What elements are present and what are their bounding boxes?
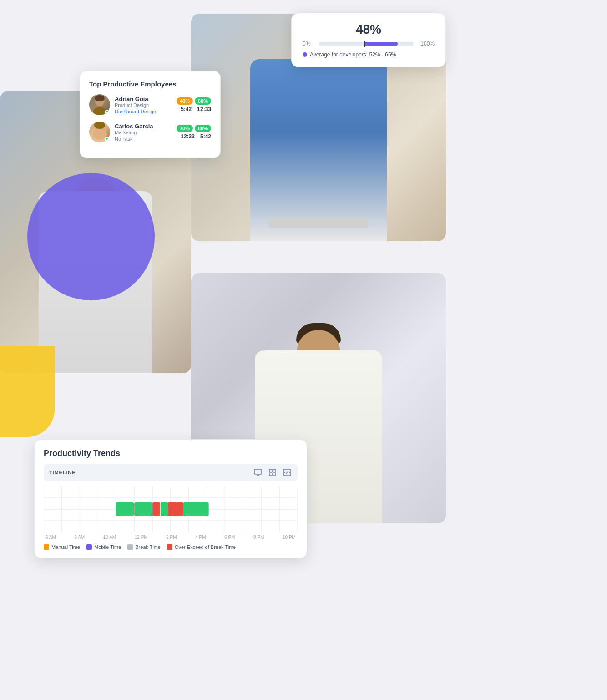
employee-info-2: Carlos Garcia Marketing No Task [115,123,172,142]
svg-rect-38 [134,502,152,516]
employee-stats-2: 70% 80% 12:33 5:42 [177,125,211,140]
legend-dot-break [127,544,133,550]
code-icon[interactable] [282,467,292,477]
svg-rect-15 [273,473,276,476]
employee-times-2: 12:33 5:42 [181,133,211,140]
badge-68: 68% [195,97,211,105]
time-axis: 6 AM 8 AM 10 AM 12 PM 2 PM 4 PM 6 PM 8 P… [44,535,298,540]
svg-point-3 [95,95,105,101]
employee-badges-1: 48% 68% [177,97,211,105]
time-4pm: 4 PM [195,535,206,540]
chart-legend: Manual Time Mobile Time Break Time Over … [44,544,298,550]
gauge-dot-icon [303,52,307,57]
grid-icon[interactable] [268,467,278,477]
timeline-label: TIMELINE [49,470,76,475]
badge-80: 80% [195,125,211,132]
badge-48: 48% [177,97,193,105]
legend-exceed: Over Exceed of Break Time [167,544,236,550]
employee-info-1: Adrian Goia Product Design Dashboard Des… [115,96,172,114]
time-6pm: 6 PM [224,535,235,540]
svg-rect-41 [168,502,177,516]
legend-break-label: Break Time [135,544,161,550]
employee-dept-2: Marketing [115,130,172,135]
time-1b: 12:33 [197,106,211,112]
purple-blob [27,173,155,300]
time-2pm: 2 PM [166,535,177,540]
timeline-header: TIMELINE [44,464,298,481]
productivity-card: Productivity Trends TIMELINE [34,439,307,558]
employee-task-2: No Task [115,136,172,142]
svg-rect-12 [269,469,272,472]
employee-dept-1: Product Design [115,102,172,108]
employee-badges-2: 70% 80% [177,125,211,132]
legend-mobile-label: Mobile Time [94,544,121,550]
legend-mobile: Mobile Time [86,544,121,550]
employee-row-2: Carlos Garcia Marketing No Task 70% 80% … [89,122,211,142]
time-8am: 8 AM [74,535,85,540]
gauge-fill [364,42,398,46]
chart-grid-svg [44,487,298,532]
time-2b: 5:42 [200,133,211,140]
gauge-note-text: Average for developers: 52% - 65% [310,51,396,58]
employee-row: Adrian Goia Product Design Dashboard Des… [89,94,211,115]
time-1a: 5:42 [181,106,192,112]
timeline-icons [253,467,292,477]
legend-manual-label: Manual Time [51,544,80,550]
svg-line-17 [286,471,288,474]
time-10am: 10 AM [103,535,116,540]
legend-dot-exceed [167,544,172,550]
time-12pm: 12 PM [135,535,148,540]
legend-exceed-label: Over Exceed of Break Time [175,544,236,550]
svg-rect-43 [183,502,209,516]
avatar-status-2 [105,137,109,142]
svg-point-7 [94,122,105,129]
time-6am: 6 AM [46,535,56,540]
legend-manual: Manual Time [44,544,80,550]
gauge-left-label: 0% [303,41,315,47]
time-2a: 12:33 [181,133,195,140]
svg-rect-13 [273,469,276,472]
employee-name-1: Adrian Goia [115,96,172,102]
employee-times-1: 5:42 12:33 [181,106,211,112]
gauge-track [319,42,414,46]
legend-break: Break Time [127,544,161,550]
employee-avatar-1 [89,94,110,115]
top-employees-card: Top Productive Employees Adrian Goia Pro… [80,71,221,158]
gauge-note: Average for developers: 52% - 65% [303,51,435,58]
legend-dot-manual [44,544,49,550]
avatar-status-1 [105,110,109,114]
top-employees-title: Top Productive Employees [89,80,211,88]
time-8pm: 8 PM [253,535,264,540]
employee-avatar-2 [89,122,110,142]
svg-rect-37 [116,502,134,516]
svg-rect-39 [152,502,160,516]
man-body [250,59,387,241]
productivity-title: Productivity Trends [44,449,298,458]
gauge-right-label: 100% [417,41,435,47]
monitor-icon[interactable] [253,467,263,477]
gauge-percentage: 48% [303,22,435,37]
badge-70: 70% [177,125,193,132]
timeline-chart [44,487,298,532]
svg-rect-9 [254,469,262,474]
svg-rect-42 [177,502,183,516]
svg-rect-14 [269,473,272,476]
gauge-tick [364,41,365,47]
gauge-card: 48% 0% 100% Average for developers: 52% … [291,13,446,67]
yellow-accent [0,346,55,437]
svg-point-1 [93,107,106,115]
employee-name-2: Carlos Garcia [115,123,172,130]
legend-dot-mobile [86,544,92,550]
employee-stats-1: 48% 68% 5:42 12:33 [177,97,211,112]
laptop [268,218,369,228]
svg-rect-40 [161,502,168,516]
employee-task-1: Dashboard Design [115,109,172,114]
time-10pm: 10 PM [283,535,296,540]
gauge-bar-row: 0% 100% [303,41,435,47]
